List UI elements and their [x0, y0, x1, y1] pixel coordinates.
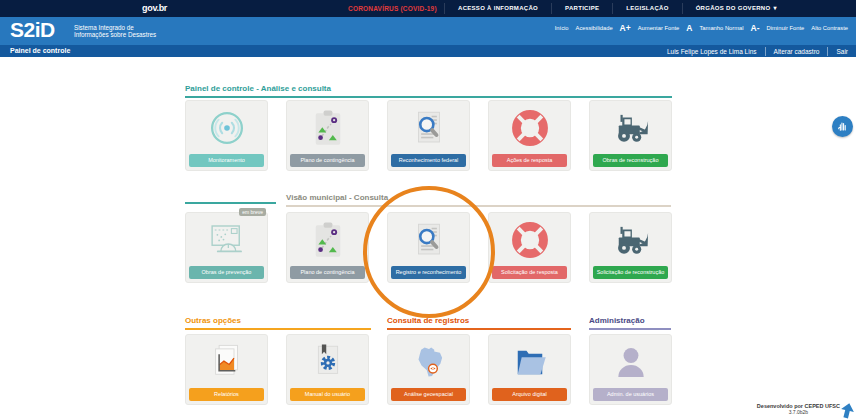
section-title-administracao: Administração — [589, 316, 671, 330]
reports-chart-icon — [186, 335, 267, 388]
hands-icon — [836, 120, 849, 133]
card-label: Relatórios — [189, 388, 264, 401]
card-label: Reconhecimento federal — [391, 154, 466, 167]
section-title-painel-analise: Painel de controle - Análise e consulta — [185, 84, 672, 98]
card-acoes-resposta[interactable]: Ações de resposta — [488, 100, 571, 171]
tractor-icon — [590, 101, 671, 154]
card-monitoramento[interactable]: Monitoramento — [185, 100, 268, 171]
card-obras-prevencao[interactable]: em breve Obras de prevenção — [185, 212, 268, 283]
vlibras-accessibility-button[interactable] — [832, 116, 853, 137]
sub-header-bar: Painel de controle Luis Felipe Lopes de … — [0, 45, 856, 57]
nav-orgaos-governo-label: ÓRGÃOS DO GOVERNO — [696, 5, 771, 11]
card-label: Registro e reconhecimento — [391, 266, 466, 279]
section-title-visao-municipal: Visão municipal - Consulta — [286, 193, 671, 207]
user-manual-gear-icon — [287, 335, 368, 388]
card-label: Análise geoespacial — [391, 388, 466, 401]
breadcrumb: Painel de controle — [10, 47, 70, 54]
card-plano-contingencia-municipal[interactable]: Plano de contingência — [286, 212, 369, 283]
link-inicio[interactable]: Início — [555, 25, 569, 31]
covid-link[interactable]: CORONAVÍRUS (COVID-19) — [348, 5, 437, 12]
alterar-cadastro-link[interactable]: Alterar cadastro — [774, 48, 820, 55]
s2id-logo-subtitle: Sistema Integrado de Informações sobre D… — [74, 24, 156, 38]
logo-subtitle-line1: Sistema Integrado de — [74, 24, 156, 31]
document-search-icon — [388, 101, 469, 154]
user-name[interactable]: Luis Felipe Lopes de Lima Lins — [667, 48, 757, 55]
card-reconhecimento-federal[interactable]: Reconhecimento federal — [387, 100, 470, 171]
logo-subtitle-line2: Informações sobre Desastres — [74, 31, 156, 38]
chevron-down-icon: ▾ — [773, 5, 776, 11]
nav-acesso-informacao[interactable]: ACESSO À INFORMAÇÃO — [444, 3, 551, 14]
nav-legislacao[interactable]: LEGISLAÇÃO — [612, 3, 681, 14]
card-label: Obras de reconstrução — [593, 154, 668, 167]
s2id-logo[interactable]: S2iD — [10, 18, 55, 42]
cards-row-outras: Relatórios Manual do usuário Análise geo… — [185, 334, 672, 405]
card-manual-usuario[interactable]: Manual do usuário — [286, 334, 369, 405]
card-label: Admin. de usuários — [593, 388, 668, 401]
nav-participe[interactable]: PARTICIPE — [551, 3, 612, 14]
card-label: Ações de resposta — [492, 154, 567, 167]
card-relatorios[interactable]: Relatórios — [185, 334, 268, 405]
sair-link[interactable]: Sair — [836, 48, 848, 55]
govbr-nav: ACESSO À INFORMAÇÃO PARTICIPE LEGISLAÇÃO… — [444, 0, 790, 17]
contingency-plan-icon — [287, 101, 368, 154]
card-registro-reconhecimento[interactable]: Registro e reconhecimento — [387, 212, 470, 283]
prevention-works-icon — [186, 213, 267, 266]
footer-credit: Desenvolvido por CEPED UFSC 3.7.0b2b — [757, 403, 840, 415]
card-solicitacao-resposta[interactable]: Solicitação de resposta — [488, 212, 571, 283]
card-label: Monitoramento — [189, 154, 264, 167]
version-label: 3.7.0b2b — [757, 409, 840, 415]
back-to-top-button[interactable] — [840, 403, 855, 419]
card-label: Arquivo digital — [492, 388, 567, 401]
brazil-map-eye-icon — [388, 335, 469, 388]
lifebuoy-icon — [489, 213, 570, 266]
govbr-logo[interactable]: gov.br — [142, 3, 167, 13]
up-arrow-icon — [840, 403, 855, 419]
user-area: Luis Felipe Lopes de Lima Lins Alterar c… — [667, 45, 848, 57]
divider — [765, 47, 766, 56]
link-aumentar-fonte[interactable]: Aumentar Fonte — [638, 25, 680, 31]
card-label: Plano de contingência — [290, 266, 365, 279]
monitoring-signal-icon — [186, 101, 267, 154]
section-title-outras-opcoes: Outras opções — [185, 316, 371, 330]
card-label: Solicitação de reconstrução — [593, 266, 668, 279]
link-diminuir-fonte[interactable]: Diminuir Fonte — [767, 25, 805, 31]
nav-orgaos-governo[interactable]: ÓRGÃOS DO GOVERNO▾ — [682, 3, 790, 14]
cards-row-analise: Monitoramento Plano de contingência — [185, 100, 672, 171]
link-acessibilidade[interactable]: Acessibilidade — [576, 25, 613, 31]
contingency-plan-icon — [287, 213, 368, 266]
link-tamanho-normal[interactable]: Tamanho Normal — [699, 25, 743, 31]
app-header: S2iD Sistema Integrado de Informações so… — [0, 17, 856, 45]
normal-font-icon[interactable]: A — [686, 23, 692, 33]
cards-row-municipal: em breve Obras de prevenção — [185, 212, 672, 283]
section-title-consulta-registros: Consulta de registros — [387, 316, 571, 330]
card-admin-usuarios[interactable]: Admin. de usuários — [589, 334, 672, 405]
govbr-top-bar: gov.br CORONAVÍRUS (COVID-19) ACESSO À I… — [0, 0, 856, 17]
card-label: Solicitação de resposta — [492, 266, 567, 279]
em-breve-badge: em breve — [239, 208, 266, 216]
card-analise-geoespacial[interactable]: Análise geoespacial — [387, 334, 470, 405]
card-plano-contingencia-analise[interactable]: Plano de contingência — [286, 100, 369, 171]
accessibility-toolbar: Início Acessibilidade A+ Aumentar Fonte … — [555, 23, 848, 33]
lifebuoy-icon — [489, 101, 570, 154]
link-alto-contraste[interactable]: Alto Contraste — [811, 25, 848, 31]
folder-icon — [489, 335, 570, 388]
card-obras-reconstrucao[interactable]: Obras de reconstrução — [589, 100, 672, 171]
section-teal-stub-line — [185, 202, 276, 204]
user-silhouette-icon — [590, 335, 671, 388]
card-solicitacao-reconstrucao[interactable]: Solicitação de reconstrução — [589, 212, 672, 283]
card-arquivo-digital[interactable]: Arquivo digital — [488, 334, 571, 405]
document-search-icon — [388, 213, 469, 266]
tractor-icon — [590, 213, 671, 266]
increase-font-icon[interactable]: A+ — [620, 23, 631, 33]
decrease-font-icon[interactable]: A- — [751, 23, 760, 33]
card-label: Plano de contingência — [290, 154, 365, 167]
card-label: Manual do usuário — [290, 388, 365, 401]
card-label: Obras de prevenção — [189, 266, 264, 279]
divider — [827, 47, 828, 56]
